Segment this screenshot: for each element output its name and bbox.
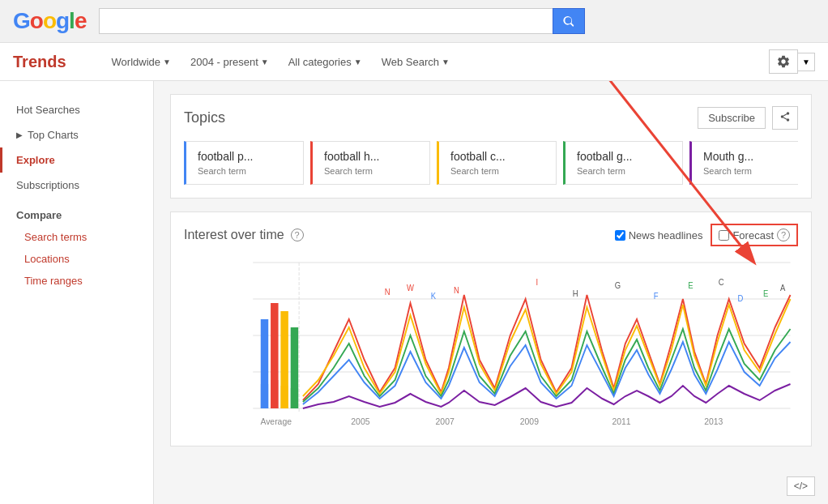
svg-text:F: F — [654, 292, 659, 301]
news-headlines-label[interactable]: News headlines — [615, 229, 703, 241]
svg-point-0 — [787, 112, 790, 115]
sidebar-item-time-ranges[interactable]: Time ranges — [0, 270, 153, 292]
sidebar-item-search-terms[interactable]: Search terms — [0, 226, 153, 248]
worldwide-filter[interactable]: Worldwide ▼ — [105, 53, 177, 71]
svg-text:A: A — [780, 284, 786, 293]
sidebar-item-top-charts[interactable]: ▶ Top Charts — [0, 122, 153, 147]
interest-title: Interest over time — [184, 228, 284, 242]
chevron-down-icon: ▼ — [163, 58, 171, 66]
header: Google — [0, 0, 828, 43]
topics-section: Topics Subscribe football p... Searc — [170, 94, 812, 199]
subheader: Trends Worldwide ▼ 2004 - present ▼ All … — [0, 43, 828, 81]
sidebar-item-subscriptions[interactable]: Subscriptions — [0, 173, 153, 198]
search-input[interactable] — [99, 8, 553, 34]
bottom-bar: </> — [787, 476, 815, 496]
embed-button[interactable]: </> — [787, 476, 815, 496]
svg-point-1 — [781, 115, 784, 118]
search-button[interactable] — [553, 8, 585, 34]
svg-text:G: G — [615, 281, 621, 290]
chevron-down-icon: ▼ — [442, 58, 450, 66]
google-logo: Google — [13, 8, 86, 34]
categories-filter[interactable]: All categories ▼ — [282, 53, 369, 71]
forecast-help-icon[interactable]: ? — [777, 229, 790, 241]
svg-text:2011: 2011 — [612, 416, 630, 426]
svg-text:H: H — [573, 289, 578, 298]
chevron-down-icon: ▼ — [261, 58, 269, 66]
chevron-right-icon: ▶ — [16, 130, 23, 139]
settings-button[interactable] — [769, 49, 798, 74]
sidebar-item-locations[interactable]: Locations — [0, 248, 153, 270]
svg-text:E: E — [688, 281, 694, 290]
svg-rect-16 — [271, 380, 278, 408]
topic-card-3[interactable]: football g... Search term — [563, 141, 683, 185]
topic-card-0[interactable]: football p... Search term — [184, 141, 304, 185]
chevron-down-icon: ▼ — [354, 58, 362, 66]
svg-text:N: N — [454, 286, 459, 295]
main-layout: Hot Searches ▶ Top Charts Explore Subscr… — [0, 81, 828, 504]
trends-title: Trends — [13, 53, 66, 71]
svg-text:D: D — [738, 294, 744, 303]
svg-rect-18 — [291, 388, 298, 408]
topic-card-2[interactable]: football c... Search term — [437, 141, 557, 185]
share-button[interactable] — [772, 106, 798, 130]
interest-section: Interest over time ? News headlines Fore… — [170, 211, 812, 446]
search-icon — [562, 15, 575, 28]
svg-text:C: C — [719, 278, 724, 287]
subscribe-button[interactable]: Subscribe — [698, 107, 766, 129]
interest-chart: Average 2005 2007 2009 2011 2013 — [184, 254, 798, 433]
svg-text:E: E — [763, 289, 769, 298]
svg-text:2013: 2013 — [704, 416, 723, 426]
svg-text:K: K — [431, 292, 437, 301]
svg-rect-17 — [280, 386, 288, 408]
sidebar-item-explore[interactable]: Explore — [0, 147, 153, 173]
sidebar-item-hot-searches[interactable]: Hot Searches — [0, 97, 153, 122]
topics-header: Topics Subscribe — [184, 106, 798, 130]
topic-card-4[interactable]: Mouth g... Search term — [689, 141, 798, 185]
gear-icon — [776, 54, 791, 69]
chart-area: Average 2005 2007 2009 2011 2013 — [184, 254, 798, 433]
interest-controls: News headlines Forecast ? — [615, 224, 798, 246]
svg-text:2007: 2007 — [436, 416, 455, 426]
topics-list: football p... Search term football h... … — [184, 141, 798, 185]
svg-text:Average: Average — [260, 416, 292, 426]
forecast-wrap: Forecast ? — [711, 224, 798, 246]
interest-header: Interest over time ? News headlines Fore… — [184, 224, 798, 246]
share-icon — [779, 111, 791, 122]
svg-line-3 — [783, 117, 787, 119]
svg-text:N: N — [385, 288, 391, 297]
content-area: Topics Subscribe football p... Searc — [154, 81, 828, 504]
svg-text:W: W — [407, 284, 415, 293]
svg-text:2005: 2005 — [351, 416, 369, 426]
search-type-filter[interactable]: Web Search ▼ — [375, 53, 456, 71]
news-headlines-checkbox[interactable] — [615, 230, 625, 241]
interest-help-icon[interactable]: ? — [291, 229, 304, 241]
settings-dropdown-button[interactable]: ▼ — [798, 53, 815, 71]
svg-rect-15 — [261, 384, 268, 408]
settings-wrap: ▼ — [769, 49, 815, 74]
date-range-filter[interactable]: 2004 - present ▼ — [184, 53, 275, 71]
sidebar: Hot Searches ▶ Top Charts Explore Subscr… — [0, 81, 154, 504]
forecast-checkbox[interactable] — [719, 230, 729, 241]
search-bar — [99, 8, 585, 34]
topics-actions: Subscribe — [698, 106, 798, 130]
svg-text:I: I — [536, 278, 539, 287]
topics-title: Topics — [184, 109, 225, 126]
topic-card-1[interactable]: football h... Search term — [310, 141, 430, 185]
forecast-label[interactable]: Forecast — [732, 229, 774, 241]
sidebar-compare-label: Compare — [0, 198, 153, 226]
svg-text:2009: 2009 — [520, 416, 539, 426]
interest-title-wrap: Interest over time ? — [184, 228, 304, 242]
svg-line-4 — [783, 114, 787, 116]
svg-point-2 — [787, 118, 790, 122]
